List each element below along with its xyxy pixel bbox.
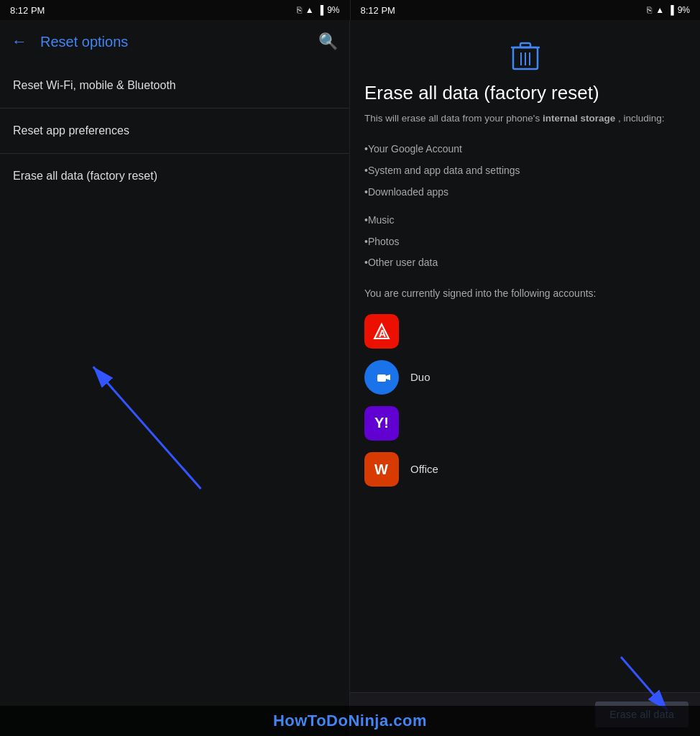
account-item-adobe: A	[364, 314, 686, 349]
bullet-group-2: •Music •Photos •Other user data	[364, 210, 686, 274]
account-item-office: W Office	[364, 452, 686, 487]
bullet-music: •Music	[364, 210, 686, 231]
erase-description: This will erase all data from your phone…	[364, 111, 686, 126]
status-bar-right: 8:12 PM ⎘ ▲ ▐ 9%	[351, 0, 701, 20]
bullet-group-1: •Your Google Account •System and app dat…	[364, 139, 686, 203]
trash-icon-wrap	[364, 40, 686, 72]
bluetooth-icon-r: ⎘	[647, 5, 652, 15]
menu-item-wifi[interactable]: Reset Wi-Fi, mobile & Bluetooth	[0, 63, 349, 109]
svg-line-1	[93, 367, 201, 489]
status-icons-left: ⎘ ▲ ▐ 9%	[297, 5, 340, 15]
back-button[interactable]: ←	[11, 32, 27, 51]
time-right: 8:12 PM	[361, 5, 395, 16]
wifi-icon: ▲	[305, 5, 314, 15]
menu-item-factory-reset[interactable]: Erase all data (factory reset)	[0, 154, 349, 198]
battery-level-right: 9%	[678, 5, 690, 15]
menu-item-app-prefs[interactable]: Reset app preferences	[0, 109, 349, 154]
main-split: ← Reset options 🔍 Reset Wi-Fi, mobile & …	[0, 20, 700, 736]
search-icon[interactable]: 🔍	[318, 32, 338, 51]
right-panel: Erase all data (factory reset) This will…	[350, 20, 700, 736]
time-left: 8:12 PM	[10, 5, 45, 16]
account-item-duo: Duo	[364, 360, 686, 395]
bullet-system: •System and app data and settings	[364, 160, 686, 182]
svg-text:W: W	[374, 461, 388, 477]
bullet-google: •Your Google Account	[364, 139, 686, 160]
trash-icon	[511, 40, 540, 72]
page-title-left: Reset options	[40, 34, 305, 50]
right-content: Erase all data (factory reset) This will…	[350, 20, 700, 736]
erase-title: Erase all data (factory reset)	[364, 82, 686, 104]
bullet-photos: •Photos	[364, 231, 686, 253]
status-bars: 8:12 PM ⎘ ▲ ▐ 9% 8:12 PM ⎘ ▲ ▐ 9%	[0, 0, 700, 20]
left-panel: ← Reset options 🔍 Reset Wi-Fi, mobile & …	[0, 20, 350, 736]
svg-text:A: A	[379, 328, 386, 339]
duo-label: Duo	[410, 371, 430, 383]
bullet-apps: •Downloaded apps	[364, 182, 686, 203]
status-bar-left: 8:12 PM ⎘ ▲ ▐ 9%	[0, 0, 351, 20]
status-icons-right: ⎘ ▲ ▐ 9%	[647, 5, 690, 15]
watermark-text: HowToDoNinja.com	[273, 712, 427, 730]
arrow-container-left	[0, 198, 349, 736]
annotation-arrow-left	[0, 198, 349, 736]
accounts-text: You are currently signed into the follow…	[364, 287, 686, 301]
watermark: HowToDoNinja.com	[0, 706, 700, 736]
battery-level-left: 9%	[327, 5, 339, 15]
signal-icon-r: ▐	[668, 5, 674, 15]
menu-list: Reset Wi-Fi, mobile & Bluetooth Reset ap…	[0, 63, 349, 198]
office-label: Office	[410, 463, 438, 475]
bluetooth-icon: ⎘	[297, 5, 302, 15]
account-item-yahoo: Y!	[364, 406, 686, 441]
office-icon: W	[364, 452, 399, 487]
adobe-icon: A	[364, 314, 399, 349]
duo-icon	[364, 360, 399, 395]
wifi-icon-r: ▲	[655, 5, 664, 15]
signal-icon: ▐	[318, 5, 324, 15]
left-header: ← Reset options 🔍	[0, 20, 349, 63]
svg-rect-12	[377, 374, 386, 382]
yahoo-icon: Y!	[364, 406, 399, 441]
bullet-userdata: •Other user data	[364, 252, 686, 274]
